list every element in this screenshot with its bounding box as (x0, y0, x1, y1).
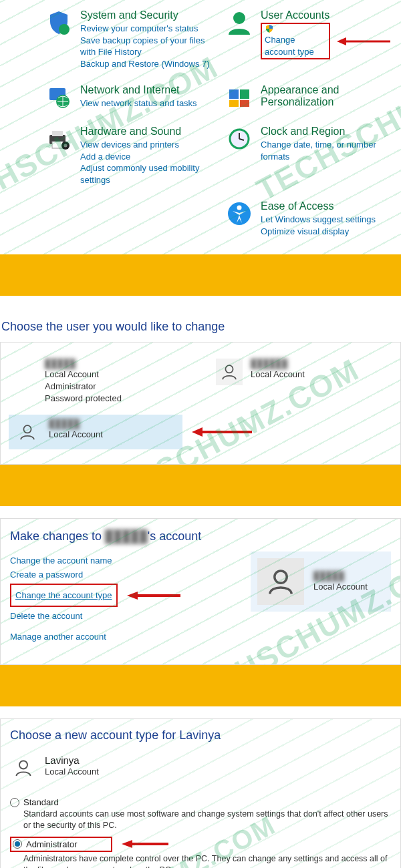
user-line: Administrator (45, 381, 122, 393)
category-link[interactable]: View devices and printers (80, 139, 210, 151)
user-line: Local Account (251, 369, 305, 381)
avatar-icon (14, 419, 41, 445)
divider (0, 254, 401, 296)
user-line: Local Account (49, 429, 103, 441)
user-tile[interactable]: ██████ Local Account (211, 355, 392, 408)
category-network-internet[interactable]: Network and Internet View network status… (40, 79, 214, 118)
user-name-blurred: ██████ (251, 359, 305, 369)
category-link[interactable]: Review your computer's status (80, 23, 210, 35)
category-system-security[interactable]: System and Security Review your computer… (40, 4, 214, 76)
svg-point-19 (237, 206, 242, 210)
appearance-icon (225, 84, 254, 111)
user-tile[interactable]: █████ Local Account Administrator Passwo… (39, 355, 190, 408)
make-changes-title: Make changes to █████'s account (10, 529, 391, 544)
category-title[interactable]: System and Security (80, 9, 210, 21)
svg-marker-23 (192, 427, 203, 437)
svg-marker-3 (337, 37, 346, 45)
link-delete-account[interactable]: Delete the account (10, 611, 231, 621)
link-manage-another-account[interactable]: Manage another account (10, 632, 231, 642)
category-link[interactable]: Adjust commonly used mobility settings (80, 162, 210, 186)
link-change-account-type[interactable]: Change the account type (15, 590, 112, 600)
category-user-accounts[interactable]: User Accounts Change account type (221, 4, 394, 76)
svg-rect-9 (240, 100, 249, 107)
category-hardware-sound[interactable]: Hardware and Sound View devices and prin… (40, 120, 214, 192)
category-link[interactable]: Optimize visual display (261, 226, 390, 238)
user-name-blurred: █████ (49, 419, 103, 429)
category-ease-of-access[interactable]: Ease of Access Let Windows suggest setti… (221, 195, 394, 244)
clock-icon (225, 126, 254, 186)
radio-administrator[interactable]: Administrator (13, 839, 78, 849)
avatar-icon (10, 754, 37, 781)
choose-type-title: Choose a new account type for Lavinya (10, 728, 391, 742)
svg-point-20 (225, 366, 233, 373)
make-changes-panel: TECHSCHUMZ.COM Make changes to █████'s a… (0, 518, 401, 665)
choose-user-panel: TECHSCHUMZ.COM █████ Local Account Admin… (0, 342, 401, 465)
category-title[interactable]: Network and Internet (80, 84, 210, 96)
admin-desc: Administrators have complete control ove… (23, 853, 391, 868)
printer-icon (44, 126, 74, 186)
svg-point-0 (59, 24, 70, 35)
user-tile: Lavinya Local Account (10, 750, 391, 785)
svg-rect-8 (229, 100, 239, 107)
link-change-account-type[interactable]: Change account type (265, 34, 326, 57)
user-name: Lavinya (45, 754, 99, 766)
category-title[interactable]: Appearance and Personalization (261, 84, 390, 108)
svg-rect-7 (240, 89, 249, 99)
category-title[interactable]: Clock and Region (261, 126, 390, 138)
avatar-icon (257, 558, 304, 605)
user-tile-selected[interactable]: █████ Local Account (9, 415, 182, 449)
link-change-account-name[interactable]: Change the account name (10, 556, 231, 566)
arrow-annotation (337, 36, 390, 47)
svg-marker-25 (127, 592, 138, 600)
person-icon (225, 9, 254, 69)
category-link[interactable]: View network status and tasks (80, 97, 210, 110)
highlight-change-account-type: Change the account type (10, 584, 118, 607)
link-create-password[interactable]: Create a password (10, 570, 231, 580)
user-line: Password protected (45, 393, 122, 405)
radio-label: Standard (23, 797, 59, 807)
uac-shield-icon (265, 24, 274, 33)
user-line: Local Account (313, 581, 368, 593)
svg-marker-29 (122, 840, 132, 848)
category-title[interactable]: Ease of Access (261, 200, 390, 212)
choose-user-title: Choose the user you would like to change (0, 308, 401, 342)
highlight-change-account-type: Change account type (261, 23, 330, 59)
divider (0, 465, 401, 506)
svg-point-26 (275, 571, 287, 583)
svg-point-27 (19, 761, 27, 769)
svg-rect-11 (52, 131, 63, 136)
accessibility-icon (225, 200, 254, 237)
category-link[interactable]: Backup and Restore (Windows 7) (80, 58, 210, 70)
arrow-annotation (127, 590, 180, 601)
category-title[interactable]: User Accounts (261, 9, 390, 21)
control-panel-categories: TECHSCHUMZ.COM TECHSCHUMZ.COM System and… (0, 0, 401, 254)
choose-account-type-panel: TECHSCHUMZ.COM Choose a new account type… (0, 718, 401, 868)
shield-icon (44, 9, 74, 69)
user-line: Local Account (45, 369, 122, 381)
arrow-annotation (192, 426, 252, 438)
highlight-administrator: Administrator (10, 837, 112, 852)
category-link[interactable]: Add a device (80, 151, 210, 163)
avatar-icon (216, 359, 243, 385)
category-title[interactable]: Hardware and Sound (80, 126, 210, 138)
category-link[interactable]: Change date, time, or number formats (261, 139, 390, 162)
category-appearance[interactable]: Appearance and Personalization (221, 79, 394, 118)
user-name-blurred: █████ (313, 571, 368, 581)
user-card: █████ Local Account (251, 552, 391, 612)
category-link[interactable]: Save backup copies of your files with Fi… (80, 35, 210, 58)
svg-point-14 (64, 144, 68, 148)
category-clock-region[interactable]: Clock and Region Change date, time, or n… (221, 120, 394, 192)
radio-icon[interactable] (10, 798, 19, 807)
radio-icon[interactable] (13, 839, 22, 849)
svg-point-1 (233, 12, 245, 24)
user-line: Local Account (45, 766, 99, 778)
radio-standard[interactable]: Standard (10, 797, 391, 807)
arrow-annotation (122, 839, 168, 849)
svg-rect-12 (52, 142, 63, 148)
svg-rect-6 (229, 89, 239, 99)
globe-icon (44, 84, 74, 111)
standard-desc: Standard accounts can use most software … (23, 809, 391, 831)
category-link[interactable]: Let Windows suggest settings (261, 214, 390, 226)
divider (0, 665, 401, 706)
svg-point-21 (23, 425, 31, 433)
